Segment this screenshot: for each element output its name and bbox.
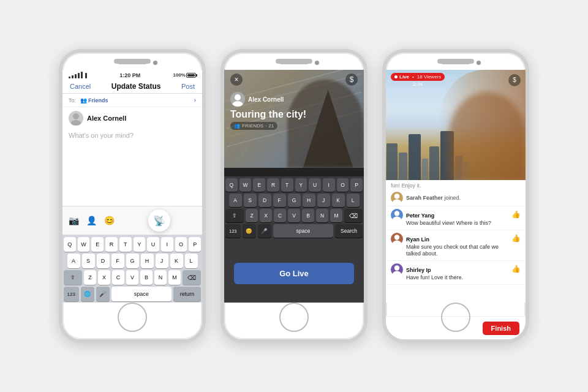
phone-speaker-1 — [118, 60, 147, 64]
to-row[interactable]: To: 👥 Friends › — [62, 94, 202, 107]
key-e[interactable]: E — [91, 237, 104, 252]
dark-key-emoji[interactable]: 😊 — [243, 224, 256, 238]
post-button[interactable]: Post — [181, 83, 195, 90]
key-d[interactable]: D — [97, 254, 110, 268]
key-q[interactable]: Q — [64, 237, 76, 252]
user-name-2: Alex Cornell — [248, 96, 284, 103]
key-r[interactable]: R — [105, 237, 118, 252]
phone-speaker-3 — [441, 60, 470, 64]
dark-key-search[interactable]: Search — [335, 224, 363, 238]
comment-avatar-2 — [391, 233, 403, 245]
dark-key-a[interactable]: A — [229, 194, 242, 207]
dark-key-num[interactable]: 123 — [225, 224, 241, 238]
battery-1: 100% — [173, 72, 196, 78]
dark-key-d[interactable]: D — [258, 194, 271, 207]
like-icon-2[interactable]: 👍 — [511, 234, 521, 243]
key-z[interactable]: Z — [84, 270, 96, 285]
kb-dark-row-1: Q W E R T Y U I O P — [225, 178, 363, 192]
dark-key-y[interactable]: Y — [295, 178, 307, 192]
key-k[interactable]: K — [170, 254, 183, 268]
dark-key-shift[interactable]: ⇧ — [225, 209, 244, 222]
friends-selector[interactable]: 👥 Friends — [80, 97, 108, 104]
dark-key-j[interactable]: J — [317, 194, 330, 207]
dark-key-i[interactable]: I — [323, 178, 335, 192]
live-icon-button[interactable]: 📡 — [148, 209, 170, 232]
svg-point-3 — [232, 101, 243, 107]
close-button[interactable]: × — [230, 74, 243, 86]
key-v[interactable]: V — [126, 270, 138, 285]
key-p[interactable]: P — [189, 237, 201, 252]
key-n[interactable]: N — [154, 270, 167, 285]
key-space[interactable]: space — [111, 287, 172, 301]
dark-key-v[interactable]: V — [288, 209, 300, 222]
go-live-button[interactable]: Go Live — [234, 263, 354, 284]
key-u[interactable]: U — [147, 237, 159, 252]
kb-dark-row-4: 123 😊 🎤 space Search — [225, 224, 363, 238]
camera-icon[interactable]: 📷 — [69, 216, 79, 225]
dark-key-t[interactable]: T — [281, 178, 293, 192]
key-b[interactable]: B — [140, 270, 153, 285]
to-label: To: — [69, 97, 76, 104]
key-w[interactable]: W — [78, 237, 90, 252]
dark-key-w[interactable]: W — [239, 178, 252, 192]
battery-icon-1 — [186, 73, 196, 78]
dark-key-k[interactable]: K — [332, 194, 345, 207]
dark-key-space[interactable]: space — [273, 224, 333, 238]
dark-key-o[interactable]: O — [337, 178, 349, 192]
dark-key-s[interactable]: S — [244, 194, 257, 207]
key-x[interactable]: X — [98, 270, 110, 285]
dark-key-n[interactable]: N — [316, 209, 328, 222]
key-return[interactable]: return — [173, 287, 201, 301]
dark-key-l[interactable]: L — [347, 194, 360, 207]
friends-label: Friends — [88, 97, 108, 104]
avatar-icon-1 — [391, 209, 403, 221]
key-f[interactable]: F — [111, 254, 124, 268]
key-t[interactable]: T — [119, 237, 132, 252]
key-shift[interactable]: ⇧ — [64, 270, 82, 285]
key-emoji[interactable]: 🌐 — [81, 287, 94, 301]
dark-key-x[interactable]: X — [260, 209, 272, 222]
key-c[interactable]: C — [112, 270, 124, 285]
dark-key-c[interactable]: C — [274, 209, 286, 222]
key-mic[interactable]: 🎤 — [96, 287, 110, 301]
dark-key-u[interactable]: U — [309, 178, 321, 192]
key-a[interactable]: A — [67, 254, 80, 268]
fun-text: fun! Enjoy it. — [386, 180, 526, 190]
dark-key-mic[interactable]: 🎤 — [258, 224, 271, 238]
share-button-3[interactable]: $ — [508, 74, 521, 86]
key-s[interactable]: S — [82, 254, 95, 268]
dark-key-f[interactable]: F — [273, 194, 286, 207]
status-bar-1: 1:20 PM 100% — [62, 70, 202, 80]
status-input[interactable]: What's on your mind? — [62, 129, 202, 206]
dark-key-delete[interactable]: ⌫ — [344, 209, 363, 222]
dark-key-e[interactable]: E — [253, 178, 265, 192]
key-numbers[interactable]: 123 — [64, 287, 79, 301]
key-l[interactable]: L — [185, 254, 198, 268]
key-y[interactable]: Y — [134, 237, 146, 252]
key-delete[interactable]: ⌫ — [183, 270, 201, 285]
key-m[interactable]: M — [168, 270, 181, 285]
people-icon[interactable]: 👤 — [86, 216, 97, 225]
cancel-button[interactable]: Cancel — [70, 83, 91, 90]
dark-key-q[interactable]: Q — [225, 178, 238, 192]
svg-point-11 — [393, 271, 402, 276]
key-j[interactable]: J — [156, 254, 168, 268]
dark-key-h[interactable]: H — [303, 194, 315, 207]
dark-key-b[interactable]: B — [302, 209, 314, 222]
key-o[interactable]: O — [175, 237, 187, 252]
key-g[interactable]: G — [126, 254, 139, 268]
like-icon-3[interactable]: 👍 — [511, 265, 521, 273]
like-icon-1[interactable]: 👍 — [511, 210, 521, 219]
svg-point-0 — [73, 113, 79, 119]
phone2-user-row: Alex Cornell — [230, 92, 358, 107]
dark-key-z[interactable]: Z — [246, 209, 258, 222]
dark-key-p[interactable]: P — [350, 178, 363, 192]
key-i[interactable]: I — [161, 237, 173, 252]
dark-key-r[interactable]: R — [267, 178, 279, 192]
avatar-1 — [69, 111, 83, 126]
dark-key-g[interactable]: G — [288, 194, 301, 207]
emoji-icon[interactable]: 😊 — [104, 216, 115, 225]
share-button[interactable]: $ — [345, 74, 358, 86]
key-h[interactable]: H — [141, 254, 154, 268]
dark-key-m[interactable]: M — [330, 209, 342, 222]
